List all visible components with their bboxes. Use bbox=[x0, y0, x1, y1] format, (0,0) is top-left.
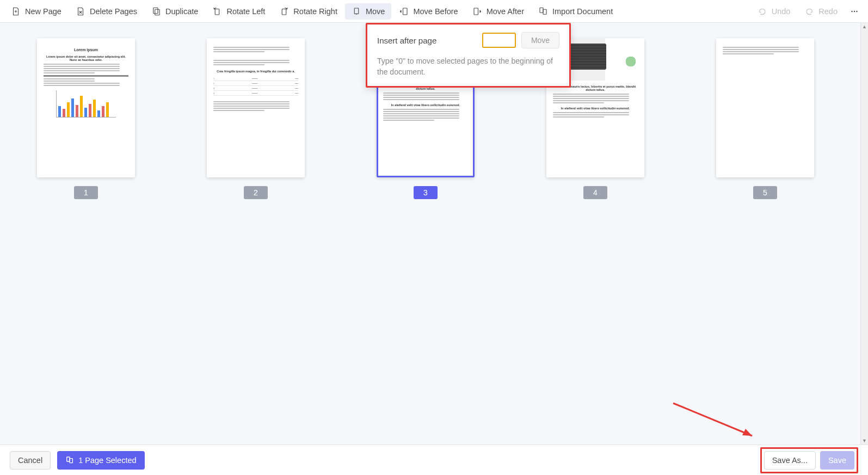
move-popup: Insert after page Move Type "0" to move … bbox=[366, 23, 571, 88]
mini-line bbox=[383, 115, 459, 116]
svg-rect-15 bbox=[70, 458, 72, 462]
undo-icon bbox=[758, 7, 767, 16]
page-number-1[interactable]: 1 bbox=[74, 186, 98, 199]
mini-line bbox=[383, 97, 459, 98]
mini-line bbox=[213, 103, 290, 104]
svg-rect-3 bbox=[282, 9, 287, 15]
mini-line bbox=[44, 64, 120, 65]
mini-line bbox=[723, 47, 799, 48]
mini-line bbox=[213, 62, 290, 63]
page-thumb-2[interactable]: Cras fringilla ipsum magna, in fringilla… bbox=[207, 38, 305, 177]
svg-rect-7 bbox=[540, 8, 543, 13]
mini-line bbox=[553, 94, 629, 95]
scroll-up-icon[interactable]: ▲ bbox=[862, 24, 867, 29]
mini-line bbox=[553, 116, 604, 118]
vertical-scrollbar[interactable]: ▲ ▼ bbox=[860, 23, 868, 445]
delete-pages-button[interactable]: Delete Pages bbox=[69, 3, 144, 20]
mini-line bbox=[553, 114, 629, 115]
mini-line bbox=[383, 118, 459, 119]
save-button[interactable]: Save bbox=[820, 451, 854, 470]
undo-label: Undo bbox=[772, 7, 791, 16]
mini-line bbox=[213, 51, 264, 52]
move-after-button[interactable]: Move After bbox=[466, 3, 531, 20]
spacer bbox=[213, 53, 298, 59]
save-group-highlight: Save As... Save bbox=[760, 447, 858, 473]
svg-rect-0 bbox=[153, 8, 158, 14]
move-label: Move bbox=[366, 7, 385, 16]
mini-line bbox=[553, 96, 629, 97]
svg-line-12 bbox=[673, 403, 752, 436]
mini-line bbox=[44, 85, 120, 86]
svg-rect-5 bbox=[403, 8, 408, 15]
import-document-button[interactable]: Import Document bbox=[532, 3, 619, 20]
mini-line bbox=[383, 120, 434, 121]
svg-point-11 bbox=[856, 10, 857, 11]
scroll-down-icon[interactable]: ▼ bbox=[862, 438, 867, 443]
duplicate-button[interactable]: Duplicate bbox=[145, 3, 205, 20]
content-area: Lorem ipsum Lorem ipsum dolor sit amet, … bbox=[0, 23, 868, 445]
table-row: 2━━━━━━━━ bbox=[213, 81, 298, 86]
mini-line bbox=[44, 78, 95, 79]
page-thumb-2-col: Cras fringilla ipsum magna, in fringilla… bbox=[207, 38, 305, 199]
mini-line bbox=[553, 100, 629, 101]
rotate-left-button[interactable]: Rotate Left bbox=[206, 3, 272, 20]
page1-chart bbox=[56, 90, 115, 118]
mini-line bbox=[44, 72, 95, 73]
page4-sub2: In eleifend velit vitae libero sollicitu… bbox=[553, 107, 638, 110]
spacer bbox=[213, 96, 298, 100]
rotate-right-label: Rotate Right bbox=[293, 7, 337, 16]
svg-rect-4 bbox=[354, 8, 359, 14]
mini-line bbox=[383, 92, 459, 94]
app-root: New Page Delete Pages Duplicate Rotate L… bbox=[0, 0, 868, 475]
mini-line bbox=[213, 49, 290, 50]
toolbar: New Page Delete Pages Duplicate Rotate L… bbox=[0, 0, 868, 23]
page1-sub: Lorem ipsum dolor sit amet, consectetur … bbox=[44, 55, 128, 61]
mini-line bbox=[44, 68, 120, 69]
plant-graphic bbox=[625, 55, 637, 67]
move-before-button[interactable]: Move Before bbox=[392, 3, 464, 20]
move-after-icon bbox=[472, 7, 482, 16]
mini-line bbox=[383, 113, 459, 114]
redo-button[interactable]: Redo bbox=[798, 3, 844, 20]
more-button[interactable] bbox=[845, 3, 864, 20]
svg-marker-13 bbox=[742, 429, 752, 436]
rotate-left-icon bbox=[212, 7, 222, 16]
selection-indicator[interactable]: 1 Page Selected bbox=[57, 451, 144, 470]
new-page-button[interactable]: New Page bbox=[4, 3, 68, 20]
page-thumb-1-col: Lorem ipsum Lorem ipsum dolor sit amet, … bbox=[37, 38, 135, 199]
page-number-2[interactable]: 2 bbox=[244, 186, 268, 199]
popup-move-button[interactable]: Move bbox=[521, 32, 559, 48]
mini-line bbox=[383, 109, 459, 110]
duplicate-icon bbox=[151, 7, 161, 16]
table-row: 1━━━━━━━━ bbox=[213, 76, 298, 81]
mini-line bbox=[553, 112, 629, 113]
mini-line bbox=[213, 64, 264, 65]
mini-line bbox=[383, 111, 459, 112]
mini-line bbox=[723, 51, 799, 52]
move-before-icon bbox=[399, 7, 409, 16]
save-as-button[interactable]: Save As... bbox=[764, 451, 816, 470]
mini-line bbox=[383, 95, 459, 96]
move-button[interactable]: Move bbox=[345, 3, 391, 20]
svg-point-10 bbox=[854, 10, 855, 11]
insert-after-page-input[interactable] bbox=[482, 33, 516, 48]
rotate-right-button[interactable]: Rotate Right bbox=[273, 3, 344, 20]
mini-line bbox=[44, 66, 120, 67]
cancel-button[interactable]: Cancel bbox=[10, 451, 51, 470]
page1-title: Lorem ipsum bbox=[44, 48, 128, 52]
mini-line bbox=[213, 110, 264, 111]
page-number-4[interactable]: 4 bbox=[583, 186, 607, 199]
mini-line bbox=[44, 81, 95, 82]
svg-rect-14 bbox=[67, 457, 70, 461]
svg-rect-1 bbox=[155, 9, 159, 15]
delete-pages-label: Delete Pages bbox=[90, 7, 137, 16]
undo-button[interactable]: Undo bbox=[751, 3, 797, 20]
page-thumb-1[interactable]: Lorem ipsum Lorem ipsum dolor sit amet, … bbox=[37, 38, 135, 177]
mini-line bbox=[213, 106, 290, 107]
svg-rect-8 bbox=[543, 9, 546, 14]
page-number-3[interactable]: 3 bbox=[414, 186, 438, 199]
page-number-5[interactable]: 5 bbox=[753, 186, 777, 199]
page-thumb-5[interactable] bbox=[716, 38, 814, 177]
selection-label: 1 Page Selected bbox=[78, 456, 136, 465]
mini-line bbox=[723, 53, 774, 54]
